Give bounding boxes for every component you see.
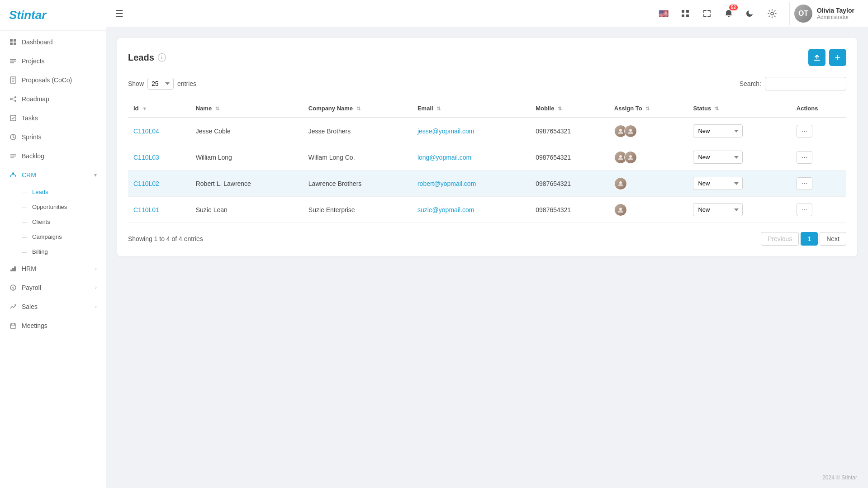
svg-rect-32 — [682, 14, 684, 17]
col-mobile[interactable]: Mobile ⇅ — [530, 99, 609, 118]
status-select-wrap: NewContactedQualifiedLostWon — [693, 203, 785, 216]
menu-toggle-icon[interactable]: ☰ — [115, 8, 123, 19]
projects-icon — [9, 57, 17, 65]
avatar: OT — [794, 5, 812, 23]
sidebar-item-sprints[interactable]: Sprints — [0, 128, 106, 147]
sidebar-subitem-leads[interactable]: Leads — [0, 185, 106, 199]
user-profile[interactable]: OT Olivia Taylor Administrator — [789, 2, 859, 25]
sort-icon-mobile: ⇅ — [558, 106, 562, 111]
col-status[interactable]: Status ⇅ — [688, 99, 791, 118]
svg-point-13 — [14, 100, 16, 102]
svg-point-11 — [10, 98, 12, 100]
next-button[interactable]: Next — [820, 232, 846, 246]
assign-avatars — [614, 125, 683, 137]
status-select[interactable]: NewContactedQualifiedLostWon — [693, 124, 743, 137]
col-actions: Actions — [791, 99, 846, 118]
apps-icon[interactable] — [678, 6, 693, 21]
lead-email-link[interactable]: robert@yopmail.com — [417, 180, 476, 187]
table-body: C110L04 Jesse Coble Jesse Brothers jesse… — [128, 118, 846, 223]
cell-name: Suzie Lean — [190, 197, 303, 223]
lead-id-link[interactable]: C110L01 — [133, 206, 159, 213]
table-controls: Show 10 25 50 100 entries Search: — [128, 77, 846, 90]
svg-point-36 — [619, 129, 622, 132]
col-email[interactable]: Email ⇅ — [412, 99, 530, 118]
sidebar-item-projects[interactable]: Projects — [0, 52, 106, 71]
svg-text:$: $ — [12, 286, 14, 290]
status-select-wrap: NewContactedQualifiedLostWon — [693, 177, 785, 190]
cell-email: robert@yopmail.com — [412, 171, 530, 197]
action-menu-button[interactable]: ··· — [797, 204, 812, 216]
page-1-button[interactable]: 1 — [801, 232, 818, 246]
sidebar-item-sales[interactable]: Sales › — [0, 297, 106, 316]
sidebar-subitem-opportunities[interactable]: Opportunities — [0, 199, 106, 214]
col-id[interactable]: Id ▼ — [128, 99, 190, 118]
showing-text: Showing 1 to 4 of 4 entries — [128, 235, 203, 242]
search-input[interactable] — [765, 77, 846, 90]
sidebar-subitem-campaigns[interactable]: Campaigns — [0, 229, 106, 244]
cell-status: NewContactedQualifiedLostWon — [688, 118, 791, 144]
sprints-icon — [9, 133, 17, 141]
sidebar-item-hrm[interactable]: HRM › — [0, 259, 106, 278]
sidebar-item-meetings[interactable]: Meetings — [0, 316, 106, 335]
action-menu-button[interactable]: ··· — [797, 151, 812, 164]
notifications-icon[interactable]: 52 — [721, 6, 736, 21]
cell-email: jesse@yopmail.com — [412, 118, 530, 144]
sales-chevron-icon: › — [95, 303, 97, 310]
lead-id-link[interactable]: C110L03 — [133, 154, 159, 161]
cell-actions: ··· — [791, 118, 846, 144]
action-menu-button[interactable]: ··· — [797, 125, 812, 137]
sidebar-item-backlog[interactable]: Backlog — [0, 147, 106, 166]
sidebar-item-label-sprints: Sprints — [22, 133, 97, 141]
dashboard-icon — [9, 38, 17, 46]
svg-point-39 — [629, 155, 632, 158]
col-assign[interactable]: Assign To ⇅ — [609, 99, 688, 118]
lead-id-link[interactable]: C110L04 — [133, 128, 159, 135]
lead-email-link[interactable]: jesse@yopmail.com — [417, 128, 474, 135]
sidebar-item-tasks[interactable]: Tasks — [0, 109, 106, 128]
upload-button[interactable] — [808, 49, 825, 66]
roadmap-icon — [9, 95, 17, 103]
content-area: Leads i + — [106, 27, 868, 467]
settings-icon[interactable] — [765, 6, 779, 21]
lead-id-link[interactable]: C110L02 — [133, 180, 159, 187]
sidebar-subitem-billing[interactable]: Billing — [0, 244, 106, 259]
sidebar-item-crm[interactable]: CRM ▾ — [0, 166, 106, 185]
sidebar-subitem-clients[interactable]: Clients — [0, 214, 106, 229]
previous-button[interactable]: Previous — [761, 232, 799, 246]
lead-email-link[interactable]: long@yopmail.com — [417, 154, 471, 161]
table-row: C110L03 William Long Willam Long Co. lon… — [128, 144, 846, 171]
hrm-chevron-icon: › — [95, 265, 97, 272]
lead-email-link[interactable]: suzie@yopmail.com — [417, 206, 474, 213]
expand-icon[interactable] — [700, 6, 714, 21]
info-icon[interactable]: i — [158, 53, 166, 62]
svg-rect-33 — [686, 14, 689, 17]
notification-badge: 52 — [729, 5, 738, 10]
sidebar-item-dashboard[interactable]: Dashboard — [0, 33, 106, 52]
action-menu-button[interactable]: ··· — [797, 177, 812, 190]
status-select-wrap: NewContactedQualifiedLostWon — [693, 151, 785, 164]
cell-id: C110L03 — [128, 144, 190, 171]
sort-icon-id: ▼ — [142, 106, 147, 111]
hrm-icon — [9, 265, 17, 273]
add-button[interactable]: + — [829, 49, 846, 66]
status-select[interactable]: NewContactedQualifiedLostWon — [693, 177, 743, 190]
assign-avatar — [624, 125, 637, 137]
entries-select[interactable]: 10 25 50 100 — [147, 78, 174, 90]
status-select[interactable]: NewContactedQualifiedLostWon — [693, 203, 743, 216]
col-company[interactable]: Company Name ⇅ — [303, 99, 412, 118]
status-select[interactable]: NewContactedQualifiedLostWon — [693, 151, 743, 164]
assign-avatars — [614, 177, 683, 190]
dark-mode-icon[interactable] — [743, 6, 758, 21]
svg-point-12 — [14, 96, 16, 98]
sidebar-item-roadmap[interactable]: Roadmap — [0, 90, 106, 109]
table-row: C110L02 Robert L. Lawrence Lawrence Brot… — [128, 171, 846, 197]
assign-avatar — [614, 204, 627, 216]
sidebar-item-proposals[interactable]: Proposals (CoCo) — [0, 71, 106, 90]
sidebar-item-payroll[interactable]: $ Payroll › — [0, 278, 106, 297]
search-box: Search: — [740, 77, 846, 90]
col-name[interactable]: Name ⇅ — [190, 99, 303, 118]
page-title: Leads — [128, 52, 154, 63]
assign-avatars — [614, 151, 683, 164]
svg-line-14 — [12, 98, 14, 99]
flag-icon[interactable]: 🇺🇸 — [656, 6, 671, 21]
